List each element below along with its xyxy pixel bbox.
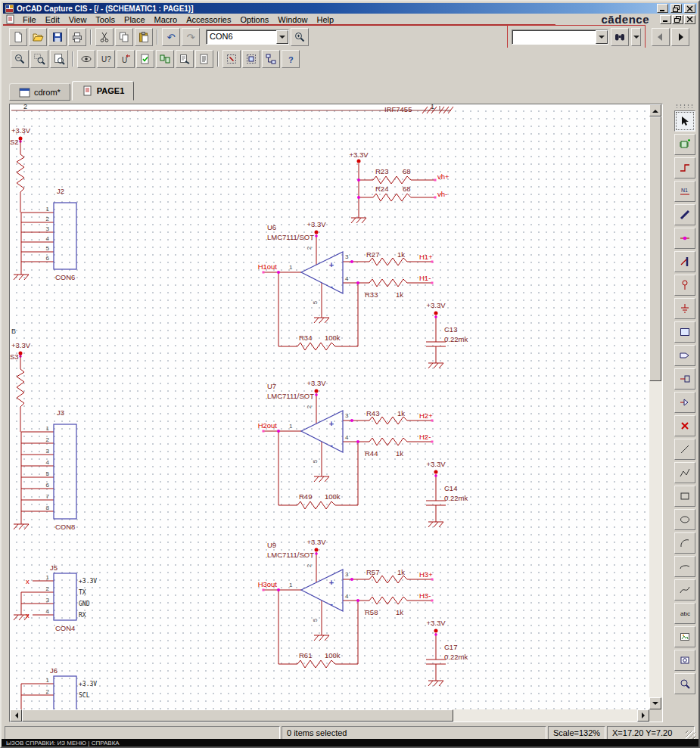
svg-text:LMC7111/SOT[interactable]: LMC7111/SOT	[267, 551, 314, 559]
cross-reference-button[interactable]	[176, 50, 194, 68]
menu-view[interactable]: View	[64, 14, 92, 25]
svg-text:+3.3V[interactable]: +3.3V	[349, 151, 369, 159]
place-arc-button[interactable]	[674, 532, 695, 554]
svg-text:+3.3V[interactable]: +3.3V	[426, 619, 446, 627]
opamp-stage-u7[interactable]: + - +3.3V U7 LMC7111/SOT H2out 1 2	[258, 379, 468, 527]
schematic-canvas[interactable]: 2 1 B IRF7455 +3.3V	[10, 104, 649, 709]
open-button[interactable]	[29, 28, 47, 46]
vh-network[interactable]: +3.3V R23 68 vh+ R24 68 vh-	[349, 151, 450, 223]
zoom-tool-button[interactable]	[674, 673, 695, 694]
svg-text:68[interactable]: 68	[403, 185, 411, 193]
svg-text:100k[interactable]: 100k	[325, 492, 341, 501]
hierarchy-button[interactable]	[262, 50, 280, 68]
connector-j6[interactable]: J6 1 2 +3.3V SCL	[21, 666, 97, 709]
bill-of-materials-button[interactable]	[195, 50, 213, 68]
place-ellipse-button[interactable]	[674, 509, 695, 530]
minimize-button[interactable]	[657, 4, 668, 13]
menu-accessories[interactable]: Accessories	[182, 14, 235, 25]
title-bar[interactable]: OrCAD Capture CIS - [/ - (SCHEMATIC1 : P…	[3, 3, 697, 14]
svg-text:R24[interactable]: R24	[375, 185, 388, 193]
svg-text:+3.3V[interactable]: +3.3V	[11, 341, 31, 349]
opamp-stage-u6[interactable]: + - +3.3V U6 LMC7111/SOT H1out 1 2	[258, 220, 468, 368]
horizontal-scrollbar[interactable]	[10, 709, 649, 722]
scroll-right-button[interactable]	[637, 709, 649, 722]
next-button[interactable]	[671, 28, 689, 46]
svg-text:H2+[interactable]: H2+	[419, 411, 433, 420]
svg-text:R49[interactable]: R49	[299, 492, 312, 501]
close-button[interactable]	[684, 4, 695, 13]
place-bus-button[interactable]	[674, 204, 695, 225]
svg-text:J6[interactable]: J6	[50, 666, 58, 675]
connector-j3[interactable]: J3 CON8 1 2 3 4 5 6 7 8	[14, 408, 76, 531]
svg-text:U7[interactable]: U7	[267, 382, 276, 390]
back-annotate-button[interactable]: U	[117, 50, 135, 68]
svg-text:vh-[interactable]: vh-	[437, 190, 447, 198]
vertical-scroll-thumb[interactable]	[649, 116, 661, 381]
zoom-all-button[interactable]	[50, 50, 68, 68]
place-bezier-button[interactable]	[674, 579, 695, 601]
mdi-minimize-button[interactable]	[660, 15, 671, 24]
horizontal-scroll-thumb[interactable]	[22, 709, 453, 722]
svg-text:1k[interactable]: 1k	[397, 568, 405, 576]
connector-j2[interactable]: J2 CON6 1 2 3 4 5 6	[14, 187, 76, 281]
place-line-button[interactable]	[674, 439, 695, 460]
place-port-button[interactable]	[674, 345, 695, 366]
svg-text:R44[interactable]: R44	[365, 449, 378, 458]
area-select-button[interactable]	[242, 50, 260, 68]
zoom-area-button[interactable]	[30, 50, 48, 68]
snap-grid-button[interactable]	[222, 50, 241, 68]
place-wire-button[interactable]	[674, 157, 695, 178]
svg-text:C14[interactable]: C14	[444, 484, 457, 492]
tab-project-cdrom[interactable]: cdrom*	[9, 83, 70, 101]
undo-button[interactable]: ↶	[162, 28, 180, 46]
svg-text:H3-[interactable]: H3-	[419, 591, 431, 600]
place-hierarchical-block-button[interactable]	[674, 321, 695, 343]
power-s3[interactable]: +3.3V S3	[10, 341, 31, 432]
svg-text:0.22mk[interactable]: 0.22mk	[444, 494, 468, 502]
save-button[interactable]	[48, 28, 67, 46]
svg-text:1k[interactable]: 1k	[396, 608, 403, 616]
svg-text:J5[interactable]: J5	[50, 563, 58, 572]
place-ole-object-button[interactable]	[674, 650, 695, 671]
svg-text:0.22mk[interactable]: 0.22mk	[444, 653, 468, 661]
help-button[interactable]: ?	[282, 50, 300, 68]
create-netlist-button[interactable]	[156, 50, 174, 68]
place-rectangle-button[interactable]	[674, 486, 695, 507]
svg-text:C13[interactable]: C13	[444, 325, 457, 334]
svg-text:68[interactable]: 68	[403, 167, 411, 175]
place-power-button[interactable]	[674, 275, 695, 296]
svg-text:+3.3V[interactable]: +3.3V	[11, 126, 31, 135]
place-part-button[interactable]	[674, 134, 695, 155]
svg-text:H1+[interactable]: H1+	[419, 253, 433, 261]
svg-text:S2[interactable]: S2	[10, 138, 19, 146]
svg-text:J3[interactable]: J3	[57, 408, 64, 417]
menu-tools[interactable]: Tools	[91, 14, 120, 25]
svg-text:R34[interactable]: R34	[299, 334, 312, 342]
zoom-in-button[interactable]	[291, 28, 309, 46]
svg-text:LMC7111/SOT[interactable]: LMC7111/SOT	[267, 233, 314, 241]
svg-text:R61[interactable]: R61	[299, 651, 312, 660]
svg-text:H2out[interactable]: H2out	[258, 421, 278, 430]
svg-text:+3.3V[interactable]: +3.3V	[306, 379, 326, 387]
vertical-scrollbar[interactable]	[649, 104, 662, 709]
opamp-stage-u9[interactable]: + - +3.3V U9 LMC7111/SOT H3out 1 2	[258, 538, 468, 686]
svg-text:CON6[interactable]: CON6	[55, 273, 75, 281]
print-button[interactable]	[68, 28, 86, 46]
place-bus-entry-button[interactable]	[674, 251, 695, 272]
svg-text:H3+[interactable]: H3+	[419, 570, 433, 579]
new-document-button[interactable]	[9, 28, 27, 46]
palette-grip[interactable]	[675, 104, 695, 108]
svg-text:vh+[interactable]: vh+	[437, 172, 450, 181]
visibility-eye-button[interactable]	[77, 50, 95, 68]
svg-text:R58[interactable]: R58	[365, 608, 378, 616]
menu-edit[interactable]: Edit	[41, 14, 64, 25]
previous-button[interactable]	[652, 28, 670, 46]
annotate-button[interactable]: U?	[97, 50, 115, 68]
scroll-left-button[interactable]	[10, 709, 22, 722]
restore-button[interactable]	[670, 4, 682, 13]
redo-button[interactable]: ↷	[182, 28, 200, 46]
place-picture-button[interactable]	[674, 626, 695, 647]
place-pin-button[interactable]	[674, 368, 695, 390]
svg-text:C17[interactable]: C17	[444, 643, 457, 651]
menu-file[interactable]: File	[18, 14, 41, 25]
